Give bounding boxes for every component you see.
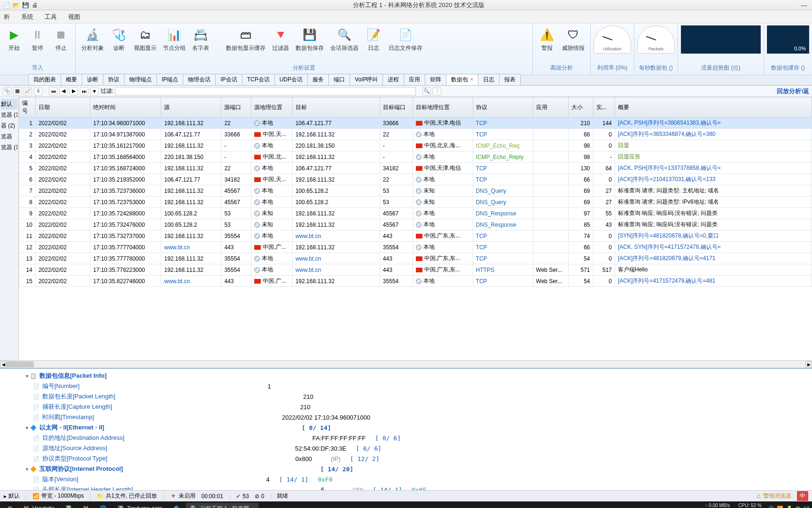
sb-ime[interactable]: 中 bbox=[797, 491, 808, 501]
col-header[interactable]: 大小 bbox=[569, 97, 593, 118]
tray-icon[interactable]: 📶 bbox=[777, 506, 783, 508]
analysis-target-button[interactable]: 🔬分析对象 bbox=[78, 25, 107, 54]
minimize-button[interactable]: — bbox=[801, 1, 807, 9]
col-header[interactable]: 源 bbox=[161, 97, 221, 118]
sb-warning[interactable]: ⚠ 警报浏览器 bbox=[756, 492, 791, 500]
ethernet-header[interactable]: ▾🔷以太网 - II[Ethernet - II][ 0/ 14] bbox=[23, 422, 812, 433]
table-row[interactable]: 22022/02/0217:10:34.971387000106.47.121.… bbox=[19, 129, 812, 140]
col-header[interactable]: 日期 bbox=[35, 97, 90, 118]
pkt-length[interactable]: 📄数据包长度[Packet Length]210 bbox=[23, 391, 812, 402]
sb-default[interactable]: ▸ 默认 bbox=[4, 492, 20, 500]
nav-prev-icon[interactable]: ◀ bbox=[59, 87, 68, 95]
table-row[interactable]: 112022/02/0217:10:35.732737000192.168.11… bbox=[19, 230, 812, 242]
tab-4[interactable]: 物理端点 bbox=[124, 74, 157, 85]
table-row[interactable]: 72022/02/0217:10:35.723736000192.168.111… bbox=[19, 185, 812, 197]
col-header[interactable]: 概要 bbox=[615, 97, 812, 118]
table-row[interactable]: 122022/02/0217:10:35.777704000www.bt.cn4… bbox=[19, 242, 812, 253]
tab-6[interactable]: 物理会话 bbox=[183, 74, 216, 85]
menu-view[interactable]: 视图 bbox=[68, 13, 80, 21]
left-item[interactable]: 览器 (1 bbox=[1, 142, 17, 153]
tray-icon[interactable]: 🔊 bbox=[767, 506, 774, 508]
logfile-button[interactable]: 📄日志文件保存 bbox=[386, 25, 425, 54]
ip-version[interactable]: 📄版本[Version]4[ 14/ 1]0xF0 bbox=[23, 474, 812, 484]
table-row[interactable]: 152022/02/0217:10:35.822746000www.bt.cn4… bbox=[19, 276, 812, 287]
task-firefox[interactable]: 🦊 bbox=[78, 503, 94, 508]
threat-button[interactable]: 🛡威胁情报 bbox=[559, 25, 587, 54]
nav-last-icon[interactable]: ⏭ bbox=[80, 87, 88, 95]
task-analyzer[interactable]: 🔍 分析工程 1 - 科来网... bbox=[186, 503, 259, 508]
eth-dest[interactable]: 📄目的地址[Destination Address]FA:FF:FF:FF:FF… bbox=[23, 433, 812, 443]
task-chrome[interactable]: 🌐 bbox=[95, 503, 111, 508]
stop-button[interactable]: ⏹停止 bbox=[50, 25, 72, 54]
conv-filter-button[interactable]: 🔍会话筛选器 bbox=[328, 25, 361, 54]
packet-buffer-button[interactable]: 🗃数据包显示缓存 bbox=[223, 25, 268, 54]
name-table-button[interactable]: 📇名字表 bbox=[189, 25, 212, 54]
task-vendetta[interactable]: 🦊 Vendetta bbox=[18, 503, 59, 508]
left-item[interactable]: 览器 (1 bbox=[1, 110, 17, 120]
table-row[interactable]: 52022/02/0217:10:35.168724000192.168.111… bbox=[19, 163, 812, 174]
left-item[interactable]: 览器 bbox=[1, 131, 17, 142]
packet-save-button[interactable]: 💾数据包保存 bbox=[293, 25, 327, 54]
tab-close-icon[interactable]: × bbox=[470, 76, 473, 83]
replay-link[interactable]: 回放分析\返 bbox=[777, 87, 809, 95]
tab-9[interactable]: UDP会话 bbox=[274, 74, 308, 85]
col-header[interactable]: 目标 bbox=[292, 97, 380, 118]
filter-icon[interactable]: 📎 bbox=[3, 87, 11, 95]
export-icon[interactable]: ⇩ bbox=[34, 87, 42, 95]
tab-18[interactable]: 报表 bbox=[499, 74, 521, 85]
tray-icon[interactable]: 🔋 bbox=[786, 506, 793, 508]
col-header[interactable]: 绝对时间 bbox=[90, 97, 161, 118]
tab-7[interactable]: IP会话 bbox=[215, 74, 242, 85]
col-header[interactable]: 源端口 bbox=[221, 97, 251, 118]
tab-0[interactable]: 我的图表 bbox=[28, 74, 61, 85]
menu-analysis[interactable]: 析 bbox=[4, 13, 10, 21]
filter-input[interactable] bbox=[115, 87, 416, 95]
tab-12[interactable]: VoIP呼叫 bbox=[350, 74, 383, 85]
save-icon[interactable]: 💾 bbox=[22, 1, 29, 9]
node-group-button[interactable]: 📊节点分组 bbox=[160, 25, 188, 54]
tab-5[interactable]: IP端点 bbox=[156, 74, 183, 85]
table-row[interactable]: 62022/02/0217:10:35.219352000106.47.121.… bbox=[19, 174, 812, 185]
left-item[interactable]: 器 (2) bbox=[1, 120, 17, 131]
table-row[interactable]: 102022/02/0217:10:35.732476000100.65.128… bbox=[19, 219, 812, 230]
open-icon[interactable]: 📂 bbox=[12, 1, 20, 9]
nav-first-icon[interactable]: ⏮ bbox=[49, 87, 57, 95]
horizontal-scrollbar[interactable]: ◀ ▶ bbox=[0, 360, 812, 368]
nav-next-icon[interactable]: ▶ bbox=[70, 87, 78, 95]
task-tcpdump[interactable]: 📓 Tcpdump.note bbox=[112, 503, 167, 508]
print-icon[interactable]: 🖨 bbox=[31, 1, 39, 9]
col-header[interactable]: 协议 bbox=[473, 97, 533, 118]
col-header[interactable]: 目标地理位置 bbox=[413, 97, 473, 118]
tab-15[interactable]: 矩阵 bbox=[425, 74, 446, 85]
tab-16[interactable]: 数据包× bbox=[446, 74, 478, 85]
diagnosis-button[interactable]: 🩺诊断 bbox=[108, 25, 130, 54]
menu-system[interactable]: 系统 bbox=[21, 13, 33, 21]
table-row[interactable]: 12022/02/0217:10:34.960071000192.168.111… bbox=[19, 118, 812, 129]
tab-8[interactable]: TCP会话 bbox=[242, 74, 275, 85]
filter-button[interactable]: 🔻过滤器 bbox=[269, 25, 292, 54]
tab-10[interactable]: 服务 bbox=[307, 74, 329, 85]
tab-1[interactable]: 概要 bbox=[61, 74, 82, 85]
ip-header[interactable]: ▾🔶互联网协议[Internet Protocol][ 14/ 20] bbox=[23, 464, 812, 474]
pkt-capture-length[interactable]: 📄捕获长度[Capture Length]210 bbox=[23, 402, 812, 412]
tab-11[interactable]: 端口 bbox=[328, 74, 350, 85]
table-row[interactable]: 92022/02/0217:10:35.724288000100.65.128.… bbox=[19, 208, 812, 219]
eth-src[interactable]: 📄源地址[Source Address]52:54:00:DF:30:3E[ 6… bbox=[23, 443, 812, 453]
pkt-number[interactable]: 📄编号[Number]1 bbox=[23, 381, 812, 391]
tab-3[interactable]: 协议 bbox=[103, 74, 125, 85]
view-display-button[interactable]: 🗂视图显示 bbox=[131, 25, 159, 54]
tray-ime[interactable]: 中 bbox=[796, 505, 801, 508]
table-row[interactable]: 142022/02/0217:10:35.778223000192.168.11… bbox=[19, 264, 812, 276]
start-button[interactable]: ▶开始 bbox=[3, 25, 25, 54]
tab-13[interactable]: 进程 bbox=[383, 74, 404, 85]
pkt-timestamp[interactable]: 📄时间戳[Timestamp]2022/02/02 17:10:34.96007… bbox=[23, 412, 812, 422]
ip-header-length[interactable]: 📄头部长度[Internet Header Length]5(20)[ 14/ … bbox=[23, 484, 812, 490]
col-header[interactable]: 编号 bbox=[19, 97, 36, 118]
tab-14[interactable]: 应用 bbox=[404, 74, 425, 85]
chart-icon[interactable]: 📈 bbox=[23, 87, 32, 95]
table-row[interactable]: 82022/02/0217:10:35.723753000192.168.111… bbox=[19, 197, 812, 208]
table-row[interactable]: 32022/02/0217:10:35.161217000192.168.111… bbox=[19, 140, 812, 151]
scroll-thumb[interactable] bbox=[6, 361, 34, 367]
table-row[interactable]: 132022/02/0217:10:35.777780000192.168.11… bbox=[19, 253, 812, 264]
filter-funnel-icon[interactable]: ▼ bbox=[90, 87, 99, 95]
